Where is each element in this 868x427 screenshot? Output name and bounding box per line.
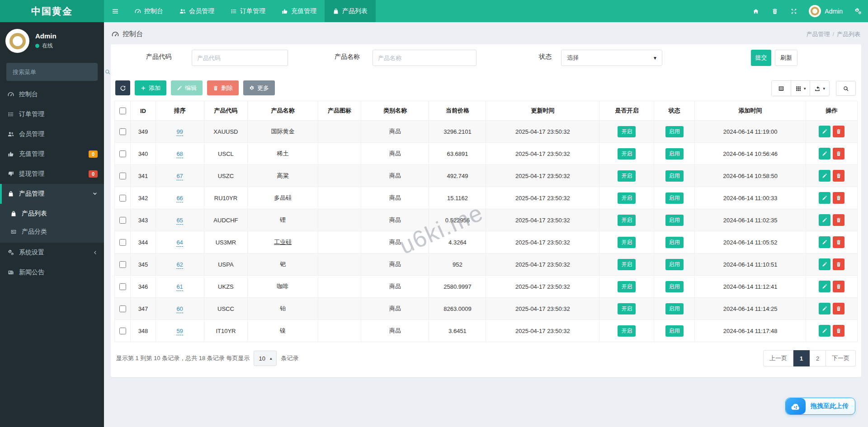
open-badge[interactable]: 开启: [618, 325, 636, 337]
delete-button[interactable]: 删除: [207, 80, 239, 95]
user-menu[interactable]: Admin: [803, 5, 848, 17]
search-toggle-button[interactable]: [836, 81, 856, 96]
topnav-item[interactable]: 产品列表: [325, 0, 376, 22]
status-badge[interactable]: 启用: [665, 303, 684, 314]
topnav-item[interactable]: 控制台: [127, 0, 171, 22]
status-badge[interactable]: 启用: [665, 237, 684, 248]
row-edit-button[interactable]: [819, 281, 830, 292]
sort-editable-link[interactable]: 99: [176, 128, 183, 136]
add-button[interactable]: 添加: [135, 80, 166, 95]
sidebar-item-新闻公告[interactable]: 新闻公告: [0, 263, 104, 282]
breadcrumb-parent[interactable]: 产品管理: [806, 31, 830, 38]
status-badge[interactable]: 启用: [665, 170, 684, 182]
open-badge[interactable]: 开启: [618, 126, 636, 137]
prev-page-button[interactable]: 上一页: [763, 350, 793, 366]
row-delete-button[interactable]: [833, 258, 844, 270]
row-edit-button[interactable]: [819, 148, 830, 160]
sidebar-item-订单管理[interactable]: 订单管理: [0, 104, 104, 124]
row-edit-button[interactable]: [819, 303, 830, 314]
row-checkbox[interactable]: [119, 305, 126, 312]
status-badge[interactable]: 启用: [665, 259, 684, 270]
topnav-item[interactable]: 会员管理: [171, 0, 222, 22]
row-delete-button[interactable]: [833, 325, 844, 337]
sort-editable-link[interactable]: 65: [176, 217, 183, 225]
row-edit-button[interactable]: [819, 325, 830, 337]
settings-button[interactable]: [848, 0, 868, 22]
sidebar-toggle-button[interactable]: [104, 0, 127, 22]
open-badge[interactable]: 开启: [618, 281, 636, 292]
row-edit-button[interactable]: [819, 236, 830, 248]
sidebar-item-产品管理[interactable]: 产品管理: [0, 184, 104, 204]
sort-editable-link[interactable]: 61: [176, 283, 183, 291]
open-badge[interactable]: 开启: [618, 192, 636, 204]
row-edit-button[interactable]: [819, 214, 830, 226]
row-delete-button[interactable]: [833, 126, 844, 137]
sidebar-item-会员管理[interactable]: 会员管理: [0, 124, 104, 144]
columns-button[interactable]: ▾: [791, 81, 810, 96]
row-checkbox[interactable]: [119, 195, 126, 202]
clear-cache-button[interactable]: [765, 0, 784, 22]
row-checkbox[interactable]: [119, 128, 126, 135]
sort-editable-link[interactable]: 60: [176, 305, 183, 313]
open-badge[interactable]: 开启: [618, 237, 636, 248]
status-badge[interactable]: 启用: [665, 148, 684, 160]
home-button[interactable]: [746, 0, 765, 22]
page-size-select[interactable]: 10 ▴: [254, 351, 277, 366]
row-delete-button[interactable]: [833, 170, 844, 182]
export-button[interactable]: ▾: [810, 81, 829, 96]
brand-logo[interactable]: 中国黄金: [0, 0, 104, 22]
row-checkbox[interactable]: [119, 150, 126, 157]
open-badge[interactable]: 开启: [618, 170, 636, 182]
product-code-input[interactable]: [192, 50, 288, 66]
row-checkbox[interactable]: [119, 328, 126, 334]
select-all-checkbox[interactable]: [119, 108, 126, 114]
topnav-item[interactable]: 订单管理: [222, 0, 274, 22]
row-delete-button[interactable]: [833, 148, 844, 160]
sort-editable-link[interactable]: 64: [176, 239, 183, 247]
topnav-item[interactable]: 充值管理: [274, 0, 325, 22]
page-button-1[interactable]: 1: [793, 350, 810, 366]
status-badge[interactable]: 启用: [665, 126, 684, 137]
edit-button[interactable]: 编辑: [171, 80, 203, 95]
open-badge[interactable]: 开启: [618, 259, 636, 270]
sidebar-subitem-产品列表[interactable]: 产品列表: [0, 205, 104, 223]
row-checkbox[interactable]: [119, 239, 126, 246]
row-edit-button[interactable]: [819, 126, 830, 137]
status-badge[interactable]: 启用: [665, 192, 684, 204]
reload-table-button[interactable]: [115, 80, 130, 95]
status-badge[interactable]: 启用: [665, 281, 684, 292]
row-delete-button[interactable]: [833, 214, 844, 226]
more-button[interactable]: 更多: [243, 80, 275, 95]
sidebar-search-input[interactable]: [6, 69, 99, 75]
next-page-button[interactable]: 下一页: [826, 350, 856, 366]
row-delete-button[interactable]: [833, 236, 844, 248]
open-badge[interactable]: 开启: [618, 148, 636, 160]
status-badge[interactable]: 启用: [665, 215, 684, 226]
upload-widget[interactable]: 拖拽至此上传: [785, 398, 855, 415]
sort-editable-link[interactable]: 66: [176, 195, 183, 202]
refresh-button[interactable]: 刷新: [775, 50, 797, 66]
page-button-2[interactable]: 2: [810, 350, 826, 366]
fullscreen-button[interactable]: [784, 0, 803, 22]
sidebar-item-提现管理[interactable]: 提现管理0: [0, 164, 104, 184]
row-checkbox[interactable]: [119, 283, 126, 290]
open-badge[interactable]: 开启: [618, 215, 636, 226]
sort-editable-link[interactable]: 59: [176, 328, 183, 335]
sidebar-subitem-产品分类[interactable]: 产品分类: [0, 223, 104, 241]
row-delete-button[interactable]: [833, 192, 844, 204]
open-badge[interactable]: 开启: [618, 303, 636, 314]
row-edit-button[interactable]: [819, 192, 830, 204]
sidebar-item-系统设置[interactable]: 系统设置: [0, 243, 104, 263]
detail-view-button[interactable]: [772, 81, 791, 96]
row-checkbox[interactable]: [119, 173, 126, 179]
row-checkbox[interactable]: [119, 261, 126, 268]
status-badge[interactable]: 启用: [665, 325, 684, 337]
sort-editable-link[interactable]: 68: [176, 150, 183, 158]
row-checkbox[interactable]: [119, 217, 126, 224]
row-edit-button[interactable]: [819, 258, 830, 270]
sidebar-item-控制台[interactable]: 控制台: [0, 84, 104, 104]
row-edit-button[interactable]: [819, 170, 830, 182]
submit-button[interactable]: 提交: [751, 50, 771, 66]
sort-editable-link[interactable]: 62: [176, 261, 183, 269]
product-name-input[interactable]: [373, 50, 476, 66]
